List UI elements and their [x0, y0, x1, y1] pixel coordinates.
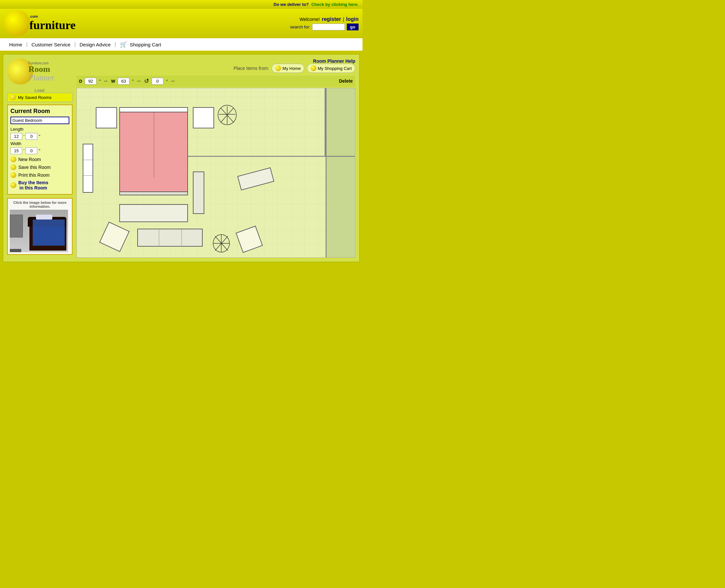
- width-input-toolbar[interactable]: [118, 78, 129, 85]
- room-name-input[interactable]: [11, 117, 69, 124]
- print-room-label: Print this Room: [18, 172, 50, 178]
- room-actions: New Room Save this Room Print this Room …: [11, 155, 69, 191]
- place-items-label: Place Items from:: [234, 66, 269, 71]
- print-room-button[interactable]: Print this Room: [11, 171, 69, 179]
- width-label-toolbar: W: [111, 79, 115, 84]
- auth-separator: |: [343, 17, 344, 22]
- right-panel: Room Planner Help Place Items from: My H…: [77, 59, 355, 258]
- login-link[interactable]: login: [346, 16, 359, 22]
- buy-items-button[interactable]: Buy the Itemsin this Room: [11, 179, 69, 191]
- furniture-preview-image[interactable]: [10, 210, 68, 252]
- bottom-bar: [0, 265, 363, 275]
- welcome-text: Welcome!: [299, 17, 320, 22]
- toolbar: D " ↔ W " ↔ ↺ ° ↔ Delete: [77, 76, 355, 87]
- rotate-arrow-icon: ↔: [170, 78, 176, 84]
- cart-icon: 🛒: [120, 41, 127, 48]
- place-items-row: Place Items from: My Home My Shopping Ca…: [234, 64, 355, 73]
- logo-furniture: furniture: [29, 18, 76, 32]
- my-cart-label: My Shopping Cart: [318, 66, 352, 71]
- length-inputs: ' ": [11, 133, 69, 140]
- load-dot-icon: [10, 94, 16, 100]
- width-inputs: ' ": [11, 147, 69, 154]
- room-wall-top-right: [325, 88, 326, 157]
- width-unit-toolbar: ": [132, 79, 134, 84]
- nightstand-right[interactable]: [193, 107, 214, 128]
- my-shopping-cart-button[interactable]: My Shopping Cart: [307, 64, 355, 73]
- plant-top-right-icon: [217, 105, 237, 126]
- delete-button[interactable]: Delete: [339, 78, 353, 84]
- logo-text-rp: Furniture.com Room Planner: [28, 61, 54, 82]
- ottoman[interactable]: [119, 204, 188, 222]
- print-room-dot-icon: [11, 172, 16, 178]
- search-input[interactable]: [312, 23, 345, 30]
- logo-rp-planner: Planner: [28, 74, 54, 82]
- bottom-dresser[interactable]: [137, 229, 203, 247]
- nightstand-left[interactable]: [96, 107, 117, 128]
- bed-top-view[interactable]: [119, 107, 188, 195]
- header-right: Welcome! register | login search for: go: [290, 16, 359, 30]
- room-alcove: [326, 88, 355, 257]
- nav-shopping-cart[interactable]: 🛒 Shopping Cart: [116, 41, 165, 48]
- room-planner-help-link[interactable]: Room Planner Help: [234, 59, 355, 64]
- save-room-button[interactable]: Save this Room: [11, 163, 69, 171]
- info-panel: Click the image below for more informati…: [7, 198, 73, 255]
- load-btn-label: My Saved Rooms: [18, 95, 52, 100]
- length-unit: ": [39, 134, 40, 139]
- nav-design-advice[interactable]: Design Advice: [76, 42, 115, 47]
- width-ft-input[interactable]: [11, 147, 22, 154]
- auth-row: Welcome! register | login: [290, 16, 359, 22]
- save-room-label: Save this Room: [18, 165, 51, 170]
- new-room-button[interactable]: New Room: [11, 155, 69, 163]
- room-wall-mid: [159, 156, 355, 157]
- rotate-unit: °: [166, 79, 168, 84]
- left-panel: Furniture.com Room Planner Load: My Save…: [7, 59, 73, 258]
- logo-com: .com: [29, 14, 76, 18]
- load-label: Load:: [7, 88, 73, 93]
- logo: .com furniture: [4, 10, 78, 36]
- depth-unit: ": [99, 79, 101, 84]
- length-label: Length: [11, 127, 25, 132]
- width-unit: ": [39, 148, 40, 153]
- right-dresser[interactable]: [193, 171, 204, 214]
- delivery-link[interactable]: Check by clicking here.: [311, 2, 359, 7]
- buy-items-dot-icon: [11, 182, 16, 188]
- my-home-dot-icon: [275, 65, 281, 71]
- nav-home[interactable]: Home: [5, 42, 26, 47]
- delivery-bar: Do we deliver to? Check by clicking here…: [0, 0, 363, 9]
- depth-input[interactable]: [85, 78, 96, 85]
- bed-footboard-view: [120, 191, 187, 195]
- buy-items-label: Buy the Itemsin this Room: [18, 180, 48, 190]
- depth-arrow-icon: ↔: [103, 78, 108, 84]
- logo-text: .com furniture: [27, 13, 78, 33]
- length-ft-input[interactable]: [11, 133, 22, 140]
- plant-bottom-center[interactable]: [213, 234, 230, 253]
- current-room-box: Current Room Length ' " Width ' ": [7, 105, 73, 195]
- rotate-icon: ↺: [144, 78, 149, 85]
- go-button[interactable]: go: [347, 23, 359, 30]
- header: .com furniture Welcome! register | login…: [0, 9, 363, 38]
- plant-bottom-center-icon: [213, 234, 230, 253]
- depth-label: D: [79, 79, 82, 84]
- rotate-input[interactable]: [152, 78, 163, 85]
- register-link[interactable]: register: [322, 16, 341, 22]
- width-in-input[interactable]: [25, 147, 37, 154]
- save-room-dot-icon: [11, 164, 16, 170]
- info-label: Click the image below for more informati…: [10, 201, 70, 208]
- bed-center-divider: [154, 112, 154, 178]
- length-in-input[interactable]: [25, 133, 37, 140]
- logo-rp-room: Room: [28, 65, 54, 74]
- load-saved-rooms-button[interactable]: My Saved Rooms: [7, 93, 73, 102]
- width-row: Width: [11, 141, 69, 146]
- left-dresser[interactable]: [83, 144, 93, 193]
- planner-header: Room Planner Help Place Items from: My H…: [77, 59, 355, 73]
- nav-customer-service[interactable]: Customer Service: [27, 42, 74, 47]
- plant-top-right[interactable]: [217, 105, 237, 126]
- room-canvas[interactable]: [77, 88, 355, 258]
- my-home-button[interactable]: My Home: [271, 64, 304, 73]
- bed-headboard-view: [120, 108, 187, 112]
- main-content: Furniture.com Room Planner Load: My Save…: [3, 54, 360, 262]
- search-label: search for:: [290, 24, 310, 29]
- width-arrow-icon: ↔: [136, 78, 142, 84]
- new-room-label: New Room: [18, 157, 41, 162]
- load-section: Load: My Saved Rooms: [7, 88, 73, 102]
